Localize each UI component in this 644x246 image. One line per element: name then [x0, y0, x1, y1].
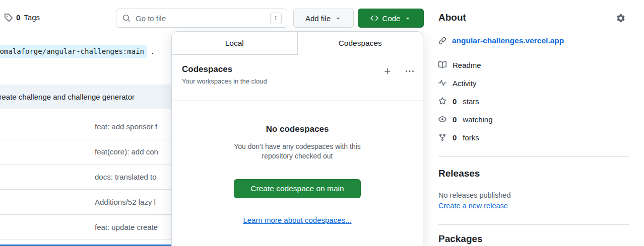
create-release-link[interactable]: Create a new release [438, 202, 508, 210]
commit-message[interactable]: feat: add sponsor f [95, 122, 157, 131]
sidebar-item-watching[interactable]: 0 watching [438, 114, 629, 124]
about-sidebar: About angular-challenges.vercel.app Read… [438, 0, 629, 244]
releases-title: Releases [438, 168, 629, 179]
commit-message[interactable]: docs: translated to [95, 173, 157, 181]
book-icon [438, 61, 446, 69]
sidebar-item-activity[interactable]: Activity [438, 78, 629, 88]
latest-commit-bar[interactable]: create challenge and challenge generator [0, 85, 174, 109]
code-button[interactable]: Code [358, 9, 424, 28]
table-row[interactable]: feat(core): add con [0, 139, 174, 164]
table-row[interactable]: feat: add sponsor f [0, 114, 174, 139]
chevron-down-icon [404, 15, 411, 22]
meta-label: Activity [453, 79, 477, 88]
commit-message[interactable]: feat: update create [95, 223, 158, 231]
meta-label: forks [463, 133, 479, 142]
new-codespace-button[interactable] [383, 67, 392, 75]
link-icon [438, 37, 446, 45]
tags-counter[interactable]: 0 Tags [4, 13, 40, 22]
sidebar-divider [438, 224, 629, 225]
github-repo-page: 0 Tags t Add file Code tomalaforge/angul… [0, 0, 644, 246]
latest-commit-message[interactable]: create challenge and challenge generator [0, 93, 135, 101]
codespaces-footer: Learn more about codespaces... [172, 208, 423, 232]
create-codespace-button[interactable]: Create codespace on main [234, 179, 360, 198]
code-button-label: Code [382, 14, 401, 23]
tab-local[interactable]: Local [172, 32, 297, 55]
search-input[interactable] [135, 14, 270, 23]
tags-count: 0 [16, 13, 20, 22]
tab-codespaces[interactable]: Codespaces [297, 32, 423, 55]
kebab-horizontal-icon [406, 67, 414, 75]
commit-message[interactable]: Additions/52 lazy l [95, 198, 156, 206]
fork-icon [438, 133, 446, 141]
codespaces-subtitle: Your workspaces in the cloud [182, 77, 267, 85]
code-icon [370, 14, 378, 22]
branch-reference: tomalaforge/angular-challenges:main. [0, 47, 154, 55]
meta-label: Readme [453, 61, 481, 69]
codespaces-title: Codespaces [182, 64, 267, 74]
eye-icon [438, 115, 446, 123]
releases-empty-text: No releases published [438, 191, 629, 199]
star-icon [438, 97, 446, 105]
meta-label: stars [463, 97, 479, 106]
search-shortcut-key: t [270, 13, 282, 24]
file-table: feat: add sponsor f feat(core): add con … [0, 114, 174, 239]
codespaces-options-button[interactable] [406, 67, 414, 75]
codespaces-header: Codespaces Your workspaces in the cloud [172, 55, 423, 101]
chevron-down-icon [335, 15, 342, 22]
learn-more-link[interactable]: Learn more about codespaces... [243, 216, 351, 224]
packages-title: Packages [438, 233, 629, 244]
tags-label: Tags [24, 13, 40, 22]
commit-message[interactable]: feat(core): add con [95, 147, 158, 156]
sidebar-item-stars[interactable]: 0 stars [438, 96, 629, 106]
about-title: About [438, 12, 466, 23]
add-file-label: Add file [305, 14, 331, 23]
gear-icon[interactable] [617, 14, 625, 22]
go-to-file-search[interactable]: t [116, 9, 287, 28]
add-file-button[interactable]: Add file [293, 9, 354, 28]
table-row[interactable]: feat: update create [0, 214, 174, 239]
empty-state-message: You don’t have any codespaces with this … [222, 142, 373, 161]
sidebar-item-readme[interactable]: Readme [438, 60, 629, 70]
website-link-row[interactable]: angular-challenges.vercel.app [438, 36, 629, 45]
sidebar-item-forks[interactable]: 0 forks [438, 132, 629, 142]
table-row[interactable]: Additions/52 lazy l [0, 189, 174, 214]
sidebar-divider [438, 156, 629, 157]
branch-ref-chip: tomalaforge/angular-challenges:main [0, 45, 147, 58]
table-row[interactable]: docs: translated to [0, 164, 174, 189]
website-link[interactable]: angular-challenges.vercel.app [452, 36, 564, 45]
search-icon [122, 14, 131, 22]
code-dropdown-tabs: Local Codespaces [172, 32, 423, 55]
pulse-icon [438, 79, 446, 87]
empty-state-title: No codespaces [172, 124, 423, 134]
meta-label: watching [463, 115, 492, 124]
tag-icon [4, 13, 13, 22]
plus-icon [383, 67, 392, 75]
code-dropdown-panel: Local Codespaces Codespaces Your workspa… [171, 31, 423, 246]
codespaces-empty-state: No codespaces You don’t have any codespa… [172, 101, 423, 198]
